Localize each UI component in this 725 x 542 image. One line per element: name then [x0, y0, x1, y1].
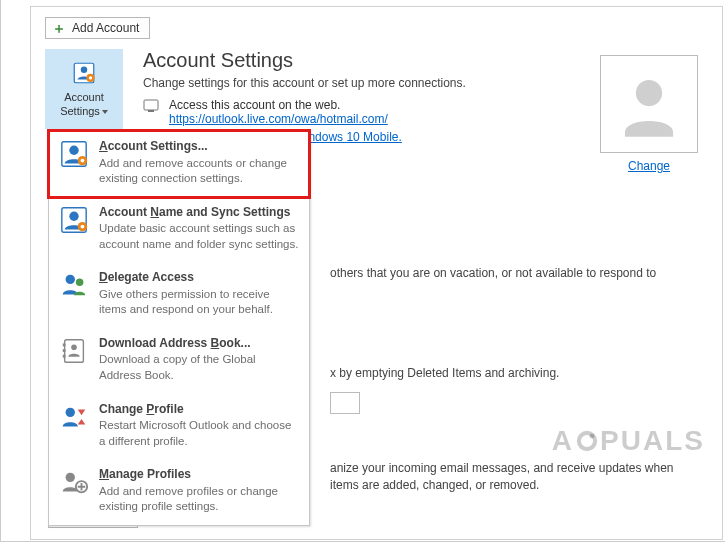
add-account-label: Add Account [72, 21, 139, 35]
svg-point-24 [66, 407, 75, 416]
account-settings-btn-line2: Settings [60, 105, 100, 117]
change-avatar-link[interactable]: Change [628, 159, 670, 173]
svg-point-14 [69, 211, 78, 220]
mailbox-cleanup-text-partial: x by emptying Deleted Items and archivin… [330, 365, 705, 382]
svg-point-12 [81, 159, 85, 163]
menu-item-account-settings[interactable]: Account Settings... Add and remove accou… [49, 131, 309, 197]
svg-rect-23 [63, 355, 66, 358]
web-access-text: Access this account on the web. [169, 98, 388, 112]
auto-replies-text-partial: others that you are on vacation, or not … [330, 265, 705, 282]
svg-point-8 [636, 80, 662, 106]
svg-point-17 [66, 275, 75, 284]
rules-alerts-text-partial: anize your incoming email messages, and … [330, 460, 705, 495]
change-profile-icon [59, 402, 89, 432]
account-settings-icon [71, 60, 97, 86]
owa-link[interactable]: https://outlook.live.com/owa/hotmail.com… [169, 112, 388, 126]
svg-point-25 [66, 473, 75, 482]
menu-item-name-sync-settings[interactable]: Account Name and Sync Settings Update ba… [49, 197, 309, 263]
partial-field [330, 392, 360, 414]
svg-rect-4 [144, 100, 158, 110]
menu-item-change-profile[interactable]: Change Profile Restart Microsoft Outlook… [49, 394, 309, 460]
menu-item-manage-profiles[interactable]: Manage Profiles Add and remove profiles … [49, 459, 309, 525]
account-settings-dropdown-button[interactable]: Account Settings [45, 49, 123, 129]
delegate-icon [59, 270, 89, 300]
svg-point-3 [89, 76, 92, 79]
account-sync-icon [59, 205, 89, 235]
account-settings-btn-line1: Account [64, 91, 104, 103]
address-book-icon [59, 336, 89, 366]
svg-rect-5 [148, 110, 154, 112]
plus-icon: ＋ [52, 21, 66, 35]
svg-point-1 [81, 66, 88, 73]
manage-profiles-icon [59, 467, 89, 497]
svg-point-20 [71, 344, 77, 350]
chevron-down-icon [102, 110, 108, 114]
account-settings-icon [59, 139, 89, 169]
svg-point-16 [81, 224, 85, 228]
add-account-button[interactable]: ＋ Add Account [45, 17, 150, 39]
menu-item-delegate-access[interactable]: Delegate Access Give others permission t… [49, 262, 309, 328]
account-settings-dropdown: Account Settings... Add and remove accou… [48, 130, 310, 526]
svg-rect-21 [63, 343, 66, 346]
svg-point-18 [76, 279, 84, 287]
avatar-placeholder [600, 55, 698, 153]
menu-item-download-address-book[interactable]: Download Address Book... Download a copy… [49, 328, 309, 394]
svg-rect-22 [63, 349, 66, 352]
svg-point-10 [69, 146, 78, 155]
svg-rect-19 [65, 340, 84, 363]
web-access-icon [143, 98, 159, 114]
